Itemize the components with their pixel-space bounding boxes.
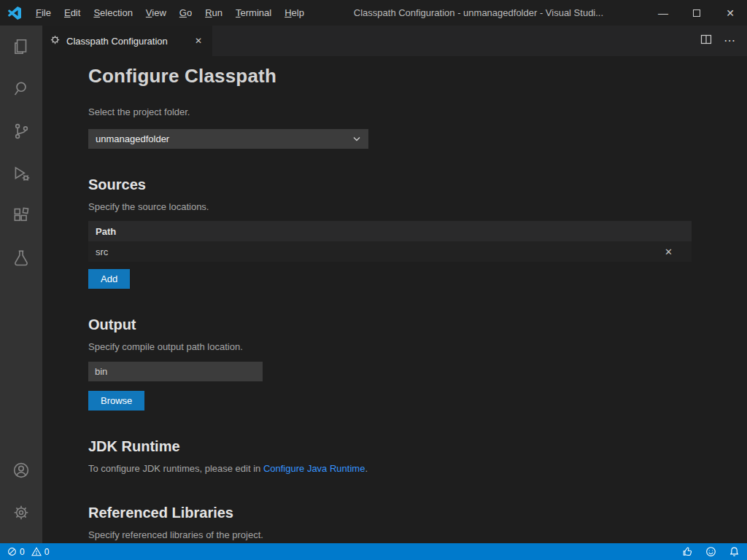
status-bar: 0 0 [0, 543, 747, 560]
source-row-src[interactable]: src ✕ [88, 241, 692, 262]
sources-description: Specify the source locations. [88, 201, 692, 212]
sources-table: Path src ✕ [88, 221, 692, 262]
vscode-window: File Edit Selection View Go Run Terminal… [0, 0, 747, 560]
chevron-down-icon [352, 136, 361, 142]
window-controls: — ✕ [646, 0, 747, 26]
add-source-button[interactable]: Add [88, 269, 130, 289]
menu-help[interactable]: Help [278, 0, 311, 26]
warnings-icon [31, 547, 42, 556]
extensions-icon[interactable] [4, 198, 39, 233]
menu-file[interactable]: File [29, 0, 58, 26]
source-path-value: src [96, 246, 108, 257]
menu-selection[interactable]: Selection [87, 0, 139, 26]
maximize-icon [693, 9, 700, 17]
editor-actions: ⋯ [700, 26, 747, 56]
project-folder-label: Select the project folder. [88, 106, 692, 117]
window-title: Classpath Configuration - unmanagedfolde… [311, 7, 646, 18]
split-editor-icon[interactable] [700, 34, 712, 48]
editor-area: Classpath Configuration ✕ ⋯ Configure Cl… [42, 26, 747, 543]
menu-view[interactable]: View [139, 0, 173, 26]
run-debug-icon[interactable] [4, 156, 39, 191]
search-icon[interactable] [4, 71, 39, 106]
output-path-input[interactable] [88, 362, 263, 381]
classpath-configuration-page: Configure Classpath Select the project f… [42, 56, 747, 543]
configure-java-runtime-link[interactable]: Configure Java Runtime [263, 463, 365, 474]
testing-icon[interactable] [4, 241, 39, 276]
menu-edit[interactable]: Edit [58, 0, 87, 26]
tab-bar: Classpath Configuration ✕ ⋯ [42, 26, 747, 56]
remove-source-icon[interactable]: ✕ [665, 246, 684, 257]
referenced-libraries-heading: Referenced Libraries [88, 505, 692, 521]
java-status-thumbsup-icon[interactable] [682, 546, 693, 557]
problems-indicator[interactable]: 0 0 [7, 547, 53, 557]
close-button[interactable]: ✕ [713, 0, 747, 26]
path-column-header: Path [96, 226, 116, 237]
tab-close-icon[interactable]: ✕ [192, 34, 205, 47]
jdk-runtime-description: To configure JDK runtimes, please edit i… [88, 463, 692, 474]
minimize-button[interactable]: — [646, 0, 680, 26]
page-title: Configure Classpath [88, 65, 692, 88]
menubar: File Edit Selection View Go Run Terminal… [29, 0, 311, 26]
jdk-runtime-heading: JDK Runtime [88, 438, 692, 455]
explorer-icon[interactable] [4, 29, 39, 64]
tab-classpath-configuration[interactable]: Classpath Configuration ✕ [42, 26, 212, 56]
source-control-icon[interactable] [4, 114, 39, 149]
output-heading: Output [88, 316, 692, 333]
error-count: 0 [20, 547, 25, 557]
jdk-text-before: To configure JDK runtimes, please edit i… [88, 463, 263, 474]
sources-heading: Sources [88, 176, 692, 193]
jdk-text-after: . [365, 463, 368, 474]
menu-go[interactable]: Go [173, 0, 198, 26]
menu-run[interactable]: Run [198, 0, 229, 26]
notifications-bell-icon[interactable] [729, 546, 740, 557]
feedback-icon[interactable] [705, 546, 716, 557]
browse-button[interactable]: Browse [88, 391, 144, 411]
menu-terminal[interactable]: Terminal [229, 0, 278, 26]
activity-bar [0, 26, 42, 543]
classpath-tab-icon [50, 34, 61, 47]
project-folder-select[interactable]: unmanagedfolder [88, 129, 368, 149]
referenced-libraries-description: Specify referenced libraries of the proj… [88, 529, 692, 540]
account-icon[interactable] [4, 453, 39, 488]
tab-label: Classpath Configuration [66, 36, 168, 47]
maximize-button[interactable] [680, 0, 713, 26]
more-actions-icon[interactable]: ⋯ [724, 35, 735, 47]
errors-icon [7, 547, 17, 556]
warning-count: 0 [44, 547, 50, 557]
project-folder-value: unmanagedfolder [96, 133, 169, 144]
titlebar: File Edit Selection View Go Run Terminal… [0, 0, 747, 26]
main-area: Classpath Configuration ✕ ⋯ Configure Cl… [0, 26, 747, 543]
output-description: Specify compile output path location. [88, 341, 692, 352]
settings-gear-icon[interactable] [4, 495, 39, 530]
vscode-logo-icon [0, 7, 29, 20]
sources-table-header: Path [88, 221, 692, 241]
